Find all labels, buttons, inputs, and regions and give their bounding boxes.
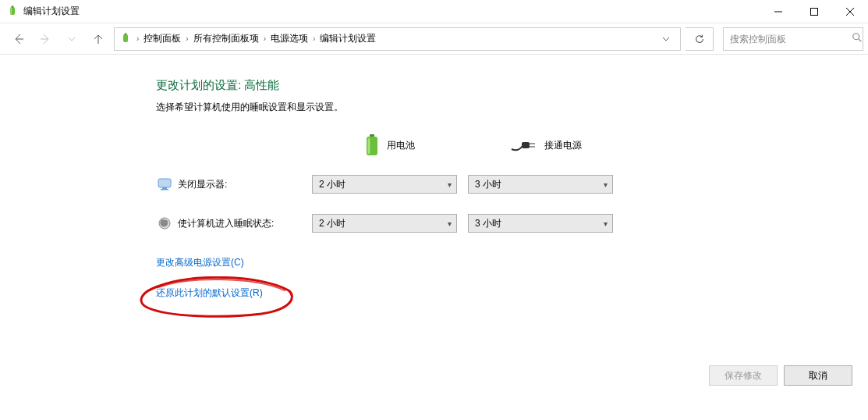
setting-label: 使计算机进入睡眠状态: [178,217,312,230]
window-title: 编辑计划设置 [23,5,80,18]
breadcrumb-item[interactable]: 电源选项 [269,30,310,47]
svg-rect-2 [11,8,12,14]
bottom-button-bar: 保存修改 取消 [709,365,852,386]
refresh-button[interactable] [686,27,714,51]
battery-icon [365,134,379,156]
search-box[interactable] [723,27,863,51]
chevron-down-icon: ▾ [604,180,608,189]
svg-rect-17 [522,142,530,148]
recent-locations-button[interactable] [61,28,83,50]
sleep-plugged-dropdown[interactable]: 3 小时 ▾ [468,214,613,233]
window-controls [760,0,868,23]
dropdown-value: 3 小时 [475,217,604,230]
svg-rect-1 [12,5,14,7]
breadcrumb-label: 控制面板 [143,32,181,45]
search-input[interactable] [728,33,849,45]
svg-rect-22 [161,189,168,190]
address-icon [118,33,133,45]
back-button[interactable] [8,28,30,50]
navbar: › 控制面板 › 所有控制面板项 › 电源选项 › 编辑计划设置 [0,23,868,55]
minimize-button[interactable] [760,0,796,23]
setting-row-sleep: 使计算机进入睡眠状态: 2 小时 ▾ 3 小时 ▾ [156,214,852,233]
svg-rect-16 [368,138,370,154]
chevron-right-icon[interactable]: › [184,34,190,43]
breadcrumb-label: 电源选项 [271,32,308,45]
chevron-right-icon[interactable]: › [311,34,317,43]
sleep-icon [156,216,173,230]
save-button: 保存修改 [709,365,778,386]
column-plugged: 接通电源 [468,138,624,152]
chevron-right-icon[interactable]: › [135,34,140,43]
chevron-down-icon: ▾ [448,219,452,228]
save-button-label: 保存修改 [725,369,762,383]
chevron-down-icon: ▾ [448,180,452,189]
column-battery-label: 用电池 [387,139,415,152]
app-icon [6,5,19,18]
display-plugged-dropdown[interactable]: 3 小时 ▾ [468,175,613,194]
cancel-button[interactable]: 取消 [784,365,852,386]
dropdown-value: 2 小时 [319,217,448,230]
page-subheading: 选择希望计算机使用的睡眠设置和显示设置。 [156,101,852,114]
page-heading: 更改计划的设置: 高性能 [156,78,852,93]
content-area: 更改计划的设置: 高性能 选择希望计算机使用的睡眠设置和显示设置。 用电池 [0,55,868,317]
svg-rect-10 [123,34,128,42]
column-headers: 用电池 接通电源 [156,134,852,156]
cancel-button-label: 取消 [809,369,827,383]
breadcrumb-item[interactable]: 编辑计划设置 [318,30,377,47]
column-plugged-label: 接通电源 [544,139,582,152]
chevron-down-icon: ▾ [604,219,608,228]
dropdown-value: 2 小时 [319,178,448,191]
setting-label: 关闭显示器: [178,178,312,191]
address-dropdown-button[interactable] [655,28,677,50]
breadcrumb-label: 编辑计划设置 [320,32,376,45]
maximize-button[interactable] [796,0,832,23]
chevron-right-icon[interactable]: › [262,34,267,43]
svg-point-12 [853,34,859,40]
sleep-battery-dropdown[interactable]: 2 小时 ▾ [312,214,457,233]
monitor-icon [156,177,173,191]
dropdown-value: 3 小时 [475,178,604,191]
column-battery: 用电池 [312,134,468,156]
advanced-settings-link[interactable]: 更改高级电源设置(C) [156,256,244,269]
svg-rect-21 [162,187,167,189]
plug-icon [510,138,537,152]
breadcrumb-item[interactable]: 控制面板 [142,30,182,47]
svg-line-13 [859,39,862,42]
display-battery-dropdown[interactable]: 2 小时 ▾ [312,175,457,194]
svg-rect-20 [158,179,171,187]
close-button[interactable] [832,0,868,23]
links-section: 更改高级电源设置(C) 还原此计划的默认设置(R) [156,256,852,317]
breadcrumb-item[interactable]: 所有控制面板项 [192,30,260,47]
titlebar: 编辑计划设置 [0,0,868,23]
svg-rect-11 [125,33,127,34]
svg-rect-14 [370,134,374,137]
up-button[interactable] [87,28,109,50]
breadcrumb-label: 所有控制面板项 [193,32,259,45]
restore-defaults-link[interactable]: 还原此计划的默认设置(R) [156,287,263,300]
forward-button[interactable] [34,28,56,50]
search-icon [852,32,863,45]
address-bar[interactable]: › 控制面板 › 所有控制面板项 › 电源选项 › 编辑计划设置 [114,27,681,51]
svg-rect-4 [811,8,818,15]
setting-row-display: 关闭显示器: 2 小时 ▾ 3 小时 ▾ [156,175,852,194]
